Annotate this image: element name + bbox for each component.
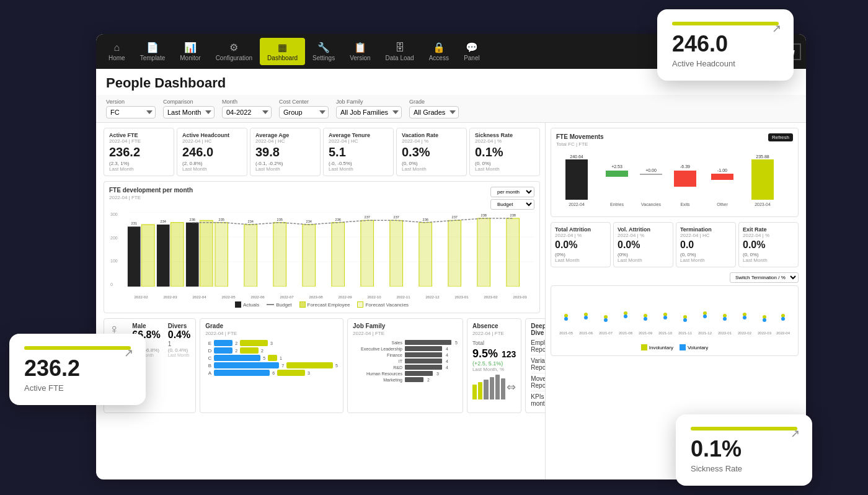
job-family-select[interactable]: All Job Families bbox=[336, 106, 402, 118]
abs-bar-4 bbox=[490, 377, 494, 399]
nav-version-label: Version bbox=[350, 55, 370, 61]
kpi-change-label: Last Month bbox=[329, 166, 388, 172]
kpi-sub: 2022-04 | % bbox=[402, 138, 461, 144]
absence-pct: 9.5% bbox=[472, 347, 498, 360]
grade-e-yellow-val: 3 bbox=[270, 341, 273, 346]
kpi-sub: 2022-04 | HC bbox=[329, 138, 388, 144]
vol-attrition: Vol. Attrition 2022-04 | % 0.0% (0%) Las… bbox=[613, 222, 673, 267]
term-change-label: Last Month bbox=[680, 257, 732, 263]
kpis-per-month-link[interactable]: KPIs per month bbox=[531, 391, 546, 409]
month-select[interactable]: 04-2022 bbox=[222, 106, 272, 118]
svg-text:2021-12: 2021-12 bbox=[698, 331, 712, 335]
nav-configuration[interactable]: ⚙ Configuration bbox=[208, 38, 260, 65]
attrition-chart-section: 2021-05 2021-06 2021-07 2021-08 2021-09 … bbox=[551, 285, 799, 356]
grade-b-yellow-bar bbox=[286, 362, 333, 368]
nav-home[interactable]: ⌂ Home bbox=[101, 38, 133, 65]
jf-exec-val: 4 bbox=[446, 347, 448, 351]
fte-movements-section: FTE Movements Total FC | FTE Refresh 240… bbox=[551, 128, 799, 217]
variance-report-link[interactable]: Variance Report bbox=[531, 355, 546, 373]
nav-version[interactable]: 📋 Version bbox=[342, 38, 378, 65]
version-label: Version bbox=[106, 99, 156, 105]
nav-panel-label: Panel bbox=[464, 55, 480, 61]
actuals-label: Actuals bbox=[243, 302, 259, 308]
kpi-value: 246.0 bbox=[182, 145, 242, 159]
panel-icon: 💬 bbox=[466, 42, 478, 53]
nav-template[interactable]: 📄 Template bbox=[133, 38, 173, 65]
attr-sub: 2022-04 | % bbox=[555, 233, 606, 238]
employee-report-link[interactable]: Employee Report bbox=[531, 337, 546, 355]
expand-icon[interactable]: ⇔ bbox=[507, 380, 516, 394]
main-window: ⌂ Home 📄 Template 📊 Monitor ⚙ Configurat… bbox=[96, 34, 806, 479]
jf-it-bar bbox=[405, 359, 442, 363]
nav-settings-label: Settings bbox=[312, 55, 335, 61]
jf-it: IT 4 bbox=[353, 359, 458, 363]
jf-finance-label: Finance bbox=[353, 353, 402, 357]
absence-values: 9.5% 123 bbox=[472, 347, 516, 360]
svg-point-70 bbox=[683, 318, 687, 322]
term-change: (0, 0%) bbox=[680, 252, 732, 257]
svg-text:2021-08: 2021-08 bbox=[619, 331, 633, 335]
nav-access[interactable]: 🔒 Access bbox=[422, 38, 456, 65]
kpi-change-label: Last Month bbox=[475, 166, 534, 172]
svg-rect-5 bbox=[157, 225, 170, 287]
version-select[interactable]: FC bbox=[106, 106, 156, 118]
kpi-change-label: Last Month bbox=[182, 166, 242, 172]
voluntary-swatch bbox=[680, 344, 686, 350]
grade-d-label: D bbox=[205, 348, 211, 354]
attrition-chart: 2021-05 2021-06 2021-07 2021-08 2021-09 … bbox=[556, 291, 793, 341]
vol-attr-change-label: Last Month bbox=[618, 257, 669, 263]
grade-subtitle: 2022-04 | FTE bbox=[205, 331, 338, 336]
chart-period-select[interactable]: per month bbox=[490, 187, 534, 197]
nav-panel[interactable]: 💬 Panel bbox=[456, 38, 487, 65]
grade-select[interactable]: All Grades bbox=[409, 106, 459, 118]
svg-text:235: 235 bbox=[277, 218, 283, 221]
job-family-chart: Sales 5 Executive Leadership 4 Finance bbox=[353, 340, 458, 382]
nav-access-label: Access bbox=[429, 55, 449, 61]
switch-termination-select[interactable]: Switch Termination / % bbox=[730, 272, 799, 283]
grade-filter: Grade All Grades bbox=[409, 99, 459, 118]
jf-it-val: 4 bbox=[446, 359, 448, 363]
nav-monitor[interactable]: 📊 Monitor bbox=[172, 38, 208, 65]
cost-center-select[interactable]: Group bbox=[279, 106, 329, 118]
divers-section: Divers 0.4% 1 (0, 0.4%) Last Month bbox=[168, 323, 190, 357]
svg-rect-6 bbox=[170, 223, 184, 287]
svg-rect-18 bbox=[477, 218, 490, 287]
jf-hr: Human Resources 3 bbox=[353, 371, 458, 376]
svg-text:236: 236 bbox=[423, 218, 428, 221]
svg-point-75 bbox=[781, 317, 785, 321]
deep-dive-title: Deep Dive bbox=[531, 323, 546, 336]
svg-rect-4 bbox=[141, 225, 154, 287]
svg-rect-16 bbox=[419, 223, 432, 287]
nav-dashboard[interactable]: ▦ Dashboard bbox=[260, 38, 305, 65]
movement-report-link[interactable]: Movement Report bbox=[531, 373, 546, 391]
grade-a-yellow-bar bbox=[277, 370, 305, 376]
kpi-value: 236.2 bbox=[109, 145, 169, 159]
svg-rect-12 bbox=[303, 225, 316, 287]
abs-bar-6 bbox=[501, 378, 505, 399]
grade-e-blue-val: 2 bbox=[235, 341, 237, 346]
kpi-headcount: Active Headcount 2022-04 | HC 246.0 (2, … bbox=[177, 128, 247, 176]
kpi-active-fte: Active FTE 2022-04 | FTE 236.2 (2.3, 1%)… bbox=[104, 128, 174, 176]
grade-chart: E 2 3 D 2 2 bbox=[205, 340, 338, 376]
nav-data-load[interactable]: 🗄 Data Load bbox=[378, 38, 422, 65]
absence-title: Absence bbox=[472, 323, 516, 329]
refresh-button[interactable]: Refresh bbox=[768, 133, 793, 141]
svg-text:2021-11: 2021-11 bbox=[678, 331, 693, 335]
chart-legend: Actuals Budget Forecast Employee Forecas… bbox=[109, 301, 534, 308]
svg-rect-41 bbox=[606, 171, 628, 177]
divers-change-label: Last Month bbox=[168, 353, 190, 357]
kpi-title: Active Headcount bbox=[182, 132, 242, 138]
comparison-label: Comparison bbox=[163, 99, 215, 105]
kpi-change-label: Last Month bbox=[402, 166, 461, 172]
jf-it-label: IT bbox=[353, 359, 402, 363]
comparison-select[interactable]: Last Month bbox=[163, 106, 215, 118]
jf-mkt-label: Marketing bbox=[353, 378, 402, 382]
svg-text:2022-02: 2022-02 bbox=[738, 331, 752, 335]
jf-subtitle: 2022-04 | FTE bbox=[353, 331, 458, 336]
nav-settings[interactable]: 🔧 Settings bbox=[305, 38, 342, 65]
version-icon: 📋 bbox=[354, 42, 366, 53]
trend-icon: ↗ bbox=[772, 22, 781, 35]
chart-type-select[interactable]: Budget bbox=[490, 199, 534, 210]
jf-sales-label: Sales bbox=[353, 341, 402, 345]
svg-text:2021-09: 2021-09 bbox=[639, 331, 653, 335]
